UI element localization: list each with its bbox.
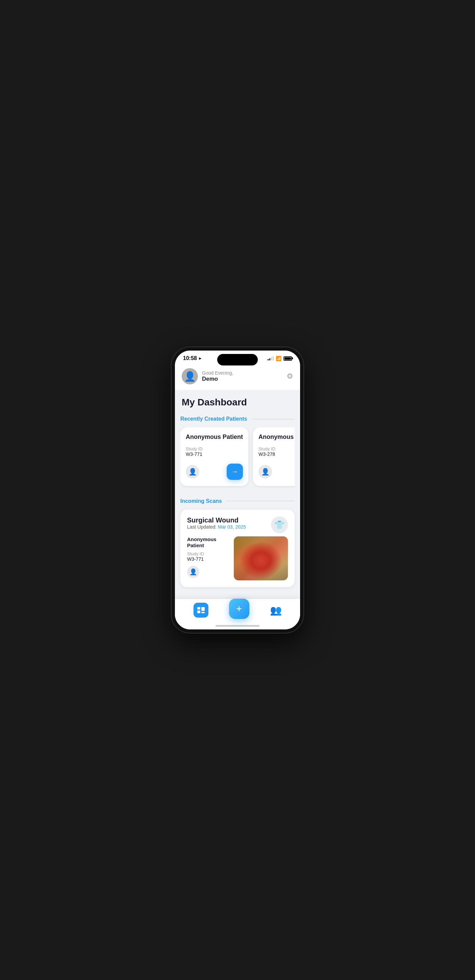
patient-card: Anonymous Patient Study ID W3-771 👤 → <box>180 427 248 486</box>
incoming-scans-header: Incoming Scans <box>180 498 295 504</box>
status-time: 10:58 ► <box>183 355 202 361</box>
patient-name: Anonymous Patient <box>259 433 295 441</box>
settings-gear-icon[interactable]: ⚙ <box>286 372 293 381</box>
user-avatar-icon: 👤 <box>184 371 196 382</box>
incoming-scans-label: Incoming Scans <box>180 498 222 504</box>
nav-dashboard[interactable] <box>194 603 208 617</box>
scan-date: Last Updated: Mar 03, 2025 <box>187 524 246 530</box>
add-scan-button[interactable]: + <box>229 599 249 619</box>
patients-scroll-list[interactable]: Anonymous Patient Study ID W3-771 👤 → A <box>180 427 295 488</box>
patient-avatar-icon: 👤 <box>259 465 272 479</box>
svg-rect-1 <box>197 611 200 613</box>
avatar: 👤 <box>182 368 198 384</box>
recently-created-header: Recently Created Patients <box>180 416 295 422</box>
scan-title: Surgical Wound <box>187 516 246 524</box>
dashboard-nav-icon <box>194 603 208 617</box>
plus-icon: + <box>236 604 242 614</box>
scan-patient-avatar: 👤 <box>187 566 199 578</box>
patient-avatar-icon: 👤 <box>186 465 199 479</box>
person-icon: 👤 <box>189 568 197 576</box>
patients-nav-icon: 👥 <box>270 605 282 616</box>
scan-patient-name: Anonymous Patient <box>187 536 228 549</box>
patient-name: Anonymous Patient <box>186 433 243 441</box>
study-label: Study ID <box>259 446 295 452</box>
location-arrow-icon: ► <box>198 356 202 361</box>
person-icon: 👤 <box>261 468 270 476</box>
person-icon: 👤 <box>189 468 197 476</box>
home-indicator <box>216 625 259 627</box>
svg-rect-3 <box>201 612 205 613</box>
recently-created-label: Recently Created Patients <box>180 416 247 422</box>
study-label: Study ID <box>186 446 243 452</box>
body-scan-icon: 👕 <box>271 516 288 533</box>
study-id: W3-771 <box>186 452 243 457</box>
scan-study-label: Study ID <box>187 551 228 556</box>
scan-card: Surgical Wound Last Updated: Mar 03, 202… <box>180 510 295 587</box>
scan-study-id: W3-771 <box>187 556 228 562</box>
battery-icon <box>283 356 292 361</box>
nav-patients[interactable]: 👥 <box>270 605 282 616</box>
torso-icon: 👕 <box>274 520 284 530</box>
section-divider <box>226 501 295 501</box>
content-area: My Dashboard Recently Created Patients A… <box>175 390 300 629</box>
patient-card: Anonymous Patient Study ID W3-278 👤 → <box>253 427 295 486</box>
status-icons: 📶 <box>268 356 292 361</box>
study-id: W3-278 <box>259 452 295 457</box>
user-name: Demo <box>202 375 234 382</box>
signal-icon <box>268 356 274 360</box>
scan-wound-image <box>234 536 288 580</box>
scan-content: Anonymous Patient Study ID W3-771 👤 <box>187 536 288 580</box>
svg-rect-2 <box>201 607 205 611</box>
page-title: My Dashboard <box>180 397 295 408</box>
wifi-icon: 📶 <box>276 356 281 361</box>
greeting-prefix: Good Evening, <box>202 370 234 375</box>
arrow-right-icon: → <box>231 468 238 476</box>
patient-navigate-button[interactable]: → <box>227 464 243 480</box>
section-divider <box>251 419 295 419</box>
app-header: 👤 Good Evening, Demo ⚙ <box>175 364 300 390</box>
svg-rect-0 <box>197 607 200 609</box>
